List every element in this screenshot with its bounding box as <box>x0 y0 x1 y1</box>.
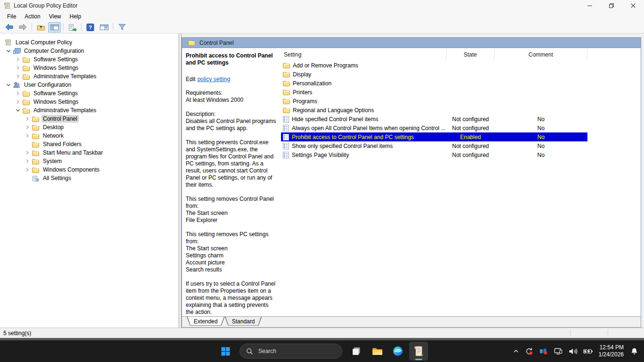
clock[interactable]: 12:54 PM1/24/2026 <box>599 344 624 358</box>
tree-item-administrative-templates[interactable]: Administrative Templates <box>0 106 179 115</box>
tree-item-administrative-templates[interactable]: Administrative Templates <box>0 72 179 81</box>
volume-icon[interactable] <box>566 342 580 361</box>
tree-item-label: Local Computer Policy <box>14 39 74 46</box>
table-row-show-only-specified-control-panel-items[interactable]: Show only specified Control Panel itemsN… <box>281 141 587 150</box>
requirements-value: At least Windows 2000 <box>186 97 277 104</box>
setting-label: Add or Remove Programs <box>293 62 358 69</box>
table-row-hide-specified-control-panel-items[interactable]: Hide specified Control Panel itemsNot co… <box>281 115 587 123</box>
filter-icon[interactable] <box>116 22 128 33</box>
taskbar-app-gpedit-scroll[interactable] <box>409 342 428 361</box>
setting-description-panel: Prohibit access to Control Panel and PC … <box>182 48 281 316</box>
tree-item-windows-components[interactable]: Windows Components <box>0 165 179 174</box>
battery-icon[interactable] <box>580 342 596 361</box>
chevron-right-icon[interactable] <box>13 99 23 104</box>
menu-action[interactable]: Action <box>20 12 44 21</box>
edit-policy-setting-link[interactable]: policy setting <box>198 76 230 82</box>
setting-cell: Regional and Language Options <box>281 107 446 114</box>
tree-item-all-settings[interactable]: All Settings <box>0 174 179 182</box>
export-list-icon[interactable] <box>66 22 79 33</box>
table-row-settings-page-visibility[interactable]: Settings Page VisibilityNot configuredNo <box>281 150 587 159</box>
state-cell: Not configured <box>446 143 495 149</box>
chevron-right-icon[interactable] <box>13 74 23 79</box>
tree-item-label: Windows Components <box>41 166 101 173</box>
tree-item-user-configuration[interactable]: User Configuration <box>0 81 179 89</box>
action-pane-icon[interactable] <box>98 22 110 33</box>
menu-view[interactable]: View <box>45 12 66 21</box>
help-icon[interactable]: ? <box>84 22 97 33</box>
tree-item-label: Windows Settings <box>32 98 80 106</box>
up-folder-icon[interactable] <box>34 22 47 33</box>
tab-standard[interactable]: Standard <box>225 317 262 326</box>
description-line: This setting removes PC settings from: <box>186 231 277 245</box>
folder-icon <box>283 107 290 113</box>
computer-icon <box>13 48 23 54</box>
forward-icon[interactable] <box>17 22 29 33</box>
chevron-down-icon[interactable] <box>13 108 23 113</box>
tree-item-network[interactable]: Network <box>0 132 179 140</box>
column-header-state[interactable]: State <box>446 48 495 61</box>
taskbar-app-edge[interactable] <box>388 342 407 361</box>
chevron-right-icon[interactable] <box>13 66 23 70</box>
comment-cell: No <box>495 134 587 140</box>
table-row-display[interactable]: Display <box>281 70 587 79</box>
table-row-personalization[interactable]: Personalization <box>281 79 587 88</box>
tree-item-software-settings[interactable]: Software Settings <box>0 55 179 64</box>
setting-cell: Add or Remove Programs <box>281 62 446 69</box>
back-icon[interactable] <box>3 22 16 33</box>
chevron-right-icon[interactable] <box>13 91 23 96</box>
tree-item-local-computer-policy[interactable]: Local Computer Policy <box>0 38 179 47</box>
tree-item-label: Windows Settings <box>32 64 80 72</box>
tree-item-control-panel[interactable]: Control Panel <box>0 115 179 123</box>
requirements-label: Requirements: <box>186 90 277 97</box>
sync-icon[interactable] <box>522 342 537 361</box>
chevron-right-icon[interactable] <box>23 159 32 164</box>
menu-file[interactable]: File <box>3 12 20 21</box>
state-cell: Not configured <box>446 152 495 158</box>
tree-item-label: All Settings <box>41 174 73 182</box>
tree-item-label: Control Panel <box>41 115 79 123</box>
taskbar-app-file-explorer[interactable] <box>368 342 387 361</box>
search-input[interactable]: Search <box>239 344 342 359</box>
table-row-programs[interactable]: Programs <box>281 97 587 106</box>
table-row-add-or-remove-programs[interactable]: Add or Remove Programs <box>281 61 587 70</box>
network-display-icon[interactable] <box>551 342 566 361</box>
chevron-right-icon[interactable] <box>23 116 32 121</box>
status-bar: 5 setting(s) <box>0 328 644 338</box>
chevron-up-icon[interactable] <box>510 342 522 361</box>
tree-item-desktop[interactable]: Desktop <box>0 123 179 132</box>
title-bar: Local Group Policy Editor <box>0 0 644 11</box>
file-explorer-icon <box>372 346 383 356</box>
table-row-prohibit-access-to-control-panel-and-pc-settings[interactable]: Prohibit access to Control Panel and PC … <box>281 132 587 141</box>
chevron-right-icon[interactable] <box>23 150 32 155</box>
table-row-regional-and-language-options[interactable]: Regional and Language Options <box>281 106 587 115</box>
tree-item-windows-settings[interactable]: Windows Settings <box>0 64 179 72</box>
console-tree-icon[interactable] <box>48 22 61 33</box>
chevron-right-icon[interactable] <box>23 167 32 172</box>
column-header-setting[interactable]: Setting <box>281 48 446 61</box>
tree-item-software-settings[interactable]: Software Settings <box>0 89 179 98</box>
column-header-comment[interactable]: Comment <box>495 48 587 61</box>
table-row-always-open-all-control-panel-items-when-opening-control[interactable]: Always open All Control Panel Items when… <box>281 123 587 132</box>
policy-icon <box>283 125 289 132</box>
chevron-right-icon[interactable] <box>13 57 23 62</box>
minimize-button[interactable] <box>579 0 601 11</box>
notification-bell-icon[interactable] <box>627 342 641 361</box>
tree-item-computer-configuration[interactable]: Computer Configuration <box>0 47 179 55</box>
chevron-right-icon[interactable] <box>23 125 32 130</box>
details-pane: Control Panel Prohibit access to Control… <box>182 37 641 328</box>
tree-item-windows-settings[interactable]: Windows Settings <box>0 98 179 106</box>
menu-help[interactable]: Help <box>66 12 86 21</box>
restore-button[interactable] <box>601 0 622 11</box>
tree-item-system[interactable]: System <box>0 157 179 165</box>
chevron-right-icon[interactable] <box>23 133 32 138</box>
tree-item-start-menu-and-taskbar[interactable]: Start Menu and Taskbar <box>0 148 179 157</box>
table-row-printers[interactable]: Printers <box>281 88 587 97</box>
tree-item-shared-folders[interactable]: Shared Folders <box>0 140 179 148</box>
tab-extended[interactable]: Extended <box>187 317 225 326</box>
devices-icon[interactable] <box>537 342 551 361</box>
taskbar-app-task-view[interactable] <box>347 342 366 361</box>
chevron-down-icon[interactable] <box>4 49 13 53</box>
start-button[interactable] <box>216 342 235 361</box>
chevron-down-icon[interactable] <box>4 82 13 87</box>
close-button[interactable] <box>622 0 644 11</box>
